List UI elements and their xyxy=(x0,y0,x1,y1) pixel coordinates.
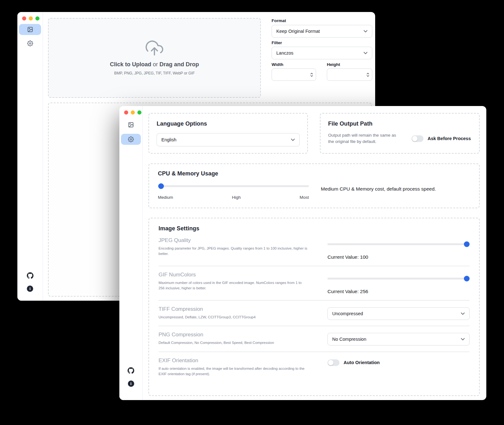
zoom-button[interactable] xyxy=(137,110,141,115)
cloud-upload-icon xyxy=(145,40,164,57)
cpu-memory-title: CPU & Memory Usage xyxy=(158,170,470,177)
dropzone-title-or: or xyxy=(153,61,158,68)
dropzone-title-upload: Click to Upload xyxy=(110,61,151,68)
exif-orientation-row: EXIF Orientation If auto orientation is … xyxy=(159,351,470,383)
sidebar-item-settings[interactable] xyxy=(19,38,41,49)
stepper-arrows-icon[interactable] xyxy=(366,72,369,77)
dropzone-title: Click to UploadorDrag and Drop xyxy=(110,61,199,68)
chevron-down-icon xyxy=(461,338,465,340)
tiff-compression-title: TIFF Compression xyxy=(159,306,309,312)
minimize-button[interactable] xyxy=(29,16,33,21)
image-icon xyxy=(27,27,33,32)
cpu-memory-slider[interactable] xyxy=(158,183,309,189)
jpeg-quality-title: JPEG Quality xyxy=(159,237,309,244)
gif-numcolors-current-value: Current Value: 256 xyxy=(327,289,470,294)
tiff-compression-select[interactable]: Uncompressed xyxy=(327,307,470,320)
ask-before-process-label: Ask Before Process xyxy=(428,136,471,141)
gear-icon xyxy=(128,136,134,142)
image-icon xyxy=(128,122,134,128)
tiff-compression-row: TIFF Compression Uncompressed, Deflate, … xyxy=(159,300,470,326)
minimize-button[interactable] xyxy=(131,110,135,115)
window-controls xyxy=(124,110,141,115)
format-select[interactable]: Keep Original Format xyxy=(272,25,372,38)
slider-thumb[interactable] xyxy=(158,183,164,189)
cpu-tick-medium: Medium xyxy=(158,195,173,200)
info-icon[interactable]: i xyxy=(128,381,134,387)
tiff-compression-value: Uncompressed xyxy=(332,311,363,316)
sidebar-item-images[interactable] xyxy=(19,24,41,35)
close-button[interactable] xyxy=(124,110,128,115)
language-select-value: English xyxy=(161,137,177,142)
sidebar: i xyxy=(119,106,143,400)
gif-numcolors-description: Maximum number of colors used in the GIF… xyxy=(159,280,308,291)
gear-icon xyxy=(27,40,33,46)
gif-numcolors-title: GIF NumColors xyxy=(159,272,309,278)
sidebar-item-settings[interactable] xyxy=(121,134,141,145)
image-settings-title: Image Settings xyxy=(159,225,470,232)
stepper-arrows-icon[interactable] xyxy=(310,72,313,77)
slider-thumb[interactable] xyxy=(464,276,470,281)
chevron-down-icon xyxy=(291,139,295,141)
jpeg-quality-current-value: Current Value: 100 xyxy=(327,254,470,260)
cpu-tick-most: Most xyxy=(300,195,309,200)
cpu-tick-high: High xyxy=(232,195,241,200)
height-field-wrap xyxy=(327,68,372,81)
png-compression-description: Default Compression, No Compression, Bes… xyxy=(159,340,308,345)
filter-select-value: Lanczos xyxy=(276,50,293,56)
height-input[interactable] xyxy=(327,68,372,81)
window-controls xyxy=(22,16,39,21)
exif-orientation-title: EXIF Orientation xyxy=(159,357,309,364)
image-settings-card: Image Settings JPEG Quality Encoding par… xyxy=(148,218,480,396)
sidebar-item-images[interactable] xyxy=(121,119,141,130)
language-select[interactable]: English xyxy=(157,133,300,146)
width-field-wrap xyxy=(272,68,316,81)
jpeg-quality-slider[interactable] xyxy=(327,241,470,247)
zoom-button[interactable] xyxy=(35,16,39,21)
format-label: Format xyxy=(272,18,286,23)
auto-orientation-toggle[interactable] xyxy=(327,359,339,366)
filter-select[interactable]: Lanczos xyxy=(272,47,372,59)
ask-before-process-toggle[interactable] xyxy=(411,135,423,142)
png-compression-row: PNG Compression Default Compression, No … xyxy=(159,326,470,351)
width-label: Width xyxy=(272,62,283,67)
cpu-status-text: Medium CPU & Memory cost, default proces… xyxy=(321,186,436,200)
sidebar: i xyxy=(17,12,43,301)
width-input[interactable] xyxy=(272,68,316,81)
chevron-down-icon xyxy=(363,30,368,32)
filter-label: Filter xyxy=(272,40,282,45)
jpeg-quality-description: Encoding parameter for JPG, JPEG images.… xyxy=(159,246,308,257)
github-icon[interactable] xyxy=(128,367,134,374)
exif-orientation-description: If auto orientation is enabled, the imag… xyxy=(159,366,308,377)
auto-orientation-label: Auto Orientation xyxy=(344,360,380,365)
file-output-path-title: File Output Path xyxy=(328,121,471,127)
gif-numcolors-row: GIF NumColors Maximum number of colors u… xyxy=(159,266,470,300)
png-compression-value: No Compression xyxy=(332,337,366,342)
cpu-memory-card: CPU & Memory Usage Medium High Most Medi… xyxy=(148,163,480,208)
upload-dropzone[interactable]: Click to UploadorDrag and Drop BMP, PNG,… xyxy=(48,18,261,98)
jpeg-quality-row: JPEG Quality Encoding parameter for JPG,… xyxy=(159,232,470,266)
chevron-down-icon xyxy=(363,52,368,54)
chevron-down-icon xyxy=(461,312,465,315)
cpu-slider-ticks: Medium High Most xyxy=(158,195,309,200)
output-path-description: Output path will remain the same as the … xyxy=(328,132,403,145)
dropzone-formats: BMP, PNG, JPG, JPEG, TIF, TIFF, WebP or … xyxy=(114,71,195,75)
info-icon[interactable]: i xyxy=(27,286,33,292)
close-button[interactable] xyxy=(22,16,26,21)
png-compression-title: PNG Compression xyxy=(159,332,309,338)
height-label: Height xyxy=(327,62,340,67)
desktop-background: i Click to UploadorDrag and Drop BMP, PN… xyxy=(0,0,504,425)
slider-thumb[interactable] xyxy=(464,241,470,247)
png-compression-select[interactable]: No Compression xyxy=(327,333,470,345)
format-select-value: Keep Original Format xyxy=(276,29,320,34)
dropzone-title-drag: Drag and Drop xyxy=(159,61,199,68)
settings-window: i Language Options English File Output P… xyxy=(119,106,486,400)
github-icon[interactable] xyxy=(27,272,33,279)
file-output-path-card: File Output Path Output path will remain… xyxy=(320,113,480,154)
language-options-title: Language Options xyxy=(157,121,300,127)
tiff-compression-description: Uncompressed, Deflate, LZW, CCITTGroup3,… xyxy=(159,315,308,320)
language-options-card: Language Options English xyxy=(148,113,308,154)
gif-numcolors-slider[interactable] xyxy=(327,276,470,281)
